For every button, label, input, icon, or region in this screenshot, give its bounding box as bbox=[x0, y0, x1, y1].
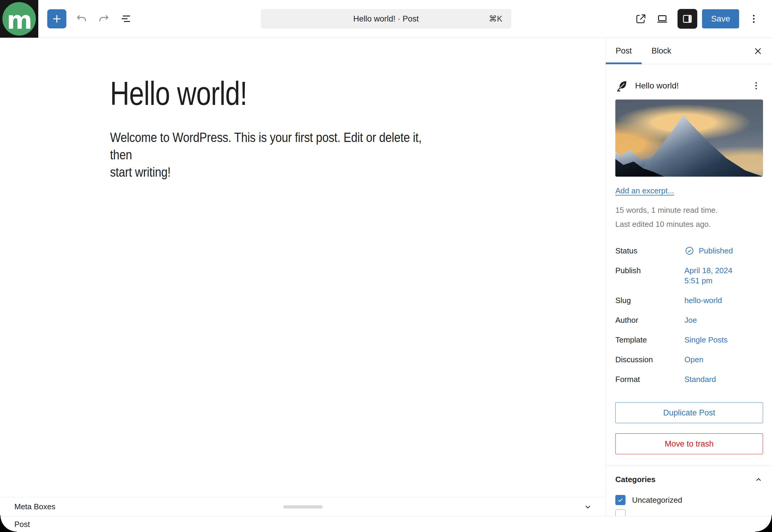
checkbox-checked[interactable] bbox=[615, 495, 626, 505]
sidebar-tabs: Post Block bbox=[606, 38, 772, 64]
publish-time-text: 5:51 pm bbox=[684, 276, 732, 286]
undo-arrow-icon bbox=[75, 12, 88, 25]
chevron-up-icon bbox=[754, 475, 763, 484]
duplicate-post-button[interactable]: Duplicate Post bbox=[615, 402, 763, 423]
kebab-menu-icon bbox=[748, 13, 760, 25]
close-x-icon bbox=[753, 46, 763, 56]
breadcrumb-post[interactable]: Post bbox=[14, 520, 30, 529]
close-sidebar-button[interactable] bbox=[751, 44, 765, 58]
discussion-label: Discussion bbox=[615, 354, 684, 365]
checkbox-unchecked[interactable] bbox=[615, 509, 626, 516]
post-summary: 15 words, 1 minute read time. Last edite… bbox=[615, 203, 763, 231]
post-panel: Hello world! Add an excerpt... 15 words,… bbox=[606, 79, 772, 516]
publish-value-button[interactable]: April 18, 2024 5:51 pm bbox=[684, 265, 732, 286]
post-paragraph-block[interactable]: Welcome to WordPress. This is your first… bbox=[110, 129, 438, 181]
add-excerpt-link[interactable]: Add an excerpt... bbox=[615, 186, 674, 195]
editor-top-bar: m bbox=[0, 0, 772, 38]
post-card-row: Hello world! bbox=[615, 79, 763, 93]
settings-sidebar-toggle[interactable] bbox=[678, 9, 697, 29]
options-menu-button[interactable] bbox=[747, 12, 761, 26]
slug-label: Slug bbox=[615, 295, 684, 305]
breadcrumb-bar: Post bbox=[0, 516, 772, 532]
template-row: Template Single Posts bbox=[615, 330, 763, 350]
settings-sidebar: Post Block Hello world! bbox=[606, 38, 772, 516]
plus-icon bbox=[51, 13, 63, 25]
post-card-title: Hello world! bbox=[635, 81, 743, 91]
document-title: Hello world! · Post bbox=[353, 14, 419, 24]
format-label: Format bbox=[615, 374, 684, 384]
tab-post[interactable]: Post bbox=[606, 38, 642, 64]
tab-block[interactable]: Block bbox=[642, 38, 681, 64]
meta-boxes-bar[interactable]: Meta Boxes bbox=[0, 497, 606, 516]
publish-date-text: April 18, 2024 bbox=[684, 265, 732, 276]
laptop-icon bbox=[655, 12, 669, 26]
move-to-trash-button[interactable]: Move to trash bbox=[615, 433, 763, 454]
format-value-button[interactable]: Standard bbox=[684, 374, 716, 384]
category-label: Uncategorized bbox=[632, 496, 682, 505]
feather-quill-icon bbox=[615, 79, 629, 92]
last-edited-text: Last edited 10 minutes ago. bbox=[615, 217, 763, 231]
save-button-label: Save bbox=[711, 14, 730, 24]
site-logo-button[interactable]: m bbox=[0, 0, 38, 38]
toolbar-left-group bbox=[47, 9, 133, 28]
slug-value-button[interactable]: hello-world bbox=[684, 295, 722, 305]
post-content-column: Hello world! Welcome to WordPress. This … bbox=[110, 76, 496, 181]
redo-button[interactable] bbox=[97, 12, 111, 26]
preview-button[interactable] bbox=[655, 12, 669, 26]
undo-button[interactable] bbox=[75, 12, 88, 26]
keyboard-shortcut: ⌘K bbox=[489, 14, 502, 24]
resize-drag-handle[interactable] bbox=[283, 505, 322, 508]
logo-letter-m: m bbox=[7, 8, 31, 33]
command-center-bar[interactable]: Hello world! · Post ⌘K bbox=[261, 9, 511, 29]
author-row: Author Joe bbox=[615, 310, 763, 330]
status-label: Status bbox=[615, 246, 684, 256]
toolbar-right-group: Save bbox=[626, 9, 761, 29]
document-overview-button[interactable] bbox=[119, 12, 133, 26]
word-count-text: 15 words, 1 minute read time. bbox=[615, 203, 763, 217]
author-label: Author bbox=[615, 315, 684, 325]
editor-canvas: Hello world! Welcome to WordPress. This … bbox=[0, 38, 606, 497]
chevron-down-icon[interactable] bbox=[583, 502, 592, 511]
publish-row: Publish April 18, 2024 5:51 pm bbox=[615, 261, 763, 291]
category-item-uncategorized: Uncategorized bbox=[615, 495, 763, 505]
post-title-block[interactable]: Hello world! bbox=[110, 76, 419, 111]
sidebar-panel-icon bbox=[681, 13, 694, 25]
view-post-button[interactable] bbox=[634, 12, 648, 26]
post-meta-rows: Status Published Publish April 18, 2024 … bbox=[615, 241, 763, 389]
status-row: Status Published bbox=[615, 241, 763, 261]
section-divider bbox=[606, 466, 772, 466]
format-row: Format Standard bbox=[615, 369, 763, 389]
author-value-button[interactable]: Joe bbox=[684, 315, 697, 325]
discussion-row: Discussion Open bbox=[615, 350, 763, 369]
external-link-icon bbox=[635, 13, 647, 25]
save-button[interactable]: Save bbox=[702, 9, 739, 28]
categories-header[interactable]: Categories bbox=[615, 475, 763, 484]
block-inserter-button[interactable] bbox=[47, 9, 66, 28]
site-logo-icon: m bbox=[2, 2, 36, 36]
template-label: Template bbox=[615, 335, 684, 345]
featured-image[interactable] bbox=[615, 100, 763, 177]
status-value-button[interactable]: Published bbox=[684, 246, 733, 256]
redo-arrow-icon bbox=[97, 12, 110, 25]
status-value-text: Published bbox=[699, 246, 733, 256]
check-circle-icon bbox=[684, 246, 695, 256]
kebab-menu-icon bbox=[751, 80, 762, 91]
categories-heading: Categories bbox=[615, 475, 655, 484]
template-value-button[interactable]: Single Posts bbox=[684, 335, 728, 345]
meta-boxes-label: Meta Boxes bbox=[14, 502, 55, 511]
post-actions-button[interactable] bbox=[749, 79, 763, 93]
mountain-peak bbox=[636, 115, 763, 177]
discussion-value-button[interactable]: Open bbox=[684, 354, 704, 365]
slug-row: Slug hello-world bbox=[615, 291, 763, 310]
category-item-partial bbox=[615, 509, 763, 516]
document-overview-icon bbox=[119, 12, 132, 25]
publish-label: Publish bbox=[615, 265, 684, 276]
